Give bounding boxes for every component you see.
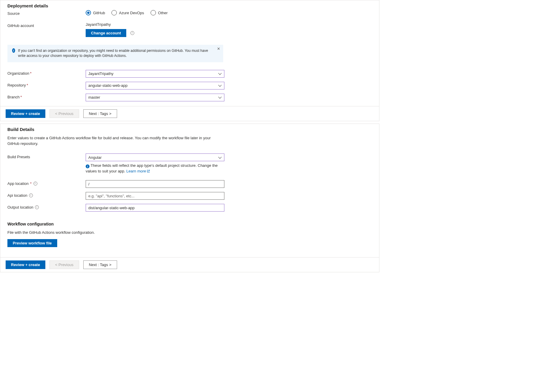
deployment-panel: Deployment details Source GitHub Azure D… [0, 0, 379, 121]
next-tags-button[interactable]: Next : Tags > [83, 109, 117, 118]
info-filled-icon [86, 164, 90, 168]
change-account-button[interactable]: Change account [86, 29, 126, 37]
repository-dropdown[interactable]: angular-static-web-app [86, 82, 224, 89]
app-location-input[interactable] [86, 180, 224, 188]
external-link-icon [147, 169, 150, 173]
app-location-label: App location [7, 181, 29, 186]
previous-button: < Previous [49, 109, 79, 118]
dropdown-value: JayantTripathy [88, 71, 114, 76]
radio-icon [111, 10, 117, 15]
branch-dropdown[interactable]: master [86, 94, 224, 101]
source-option-github[interactable]: GitHub [86, 10, 105, 15]
branch-label: Branch [7, 95, 20, 99]
source-label: Source [7, 10, 86, 16]
next-tags-button[interactable]: Next : Tags > [83, 260, 117, 269]
dropdown-value: Angular [88, 155, 102, 160]
source-radio-group: GitHub Azure DevOps Other [86, 10, 224, 15]
build-section-title: Build Details [7, 127, 372, 132]
required-asterisk: * [30, 181, 32, 186]
footer-bar-2: Review + create < Previous Next : Tags > [0, 257, 379, 272]
learn-more-link[interactable]: Learn more [126, 169, 150, 173]
dropdown-value: master [88, 95, 100, 100]
close-icon[interactable]: ✕ [217, 47, 220, 51]
info-icon[interactable] [35, 205, 39, 209]
deployment-section-title: Deployment details [7, 3, 372, 8]
review-create-button[interactable]: Review + create [6, 109, 45, 118]
chevron-down-icon [218, 73, 222, 75]
build-panel: Build Details Enter values to create a G… [0, 124, 379, 272]
previous-button: < Previous [49, 260, 79, 269]
workflow-section-title: Workflow configuration [7, 222, 372, 226]
output-location-input[interactable] [86, 204, 224, 212]
info-message-text: If you can't find an organization or rep… [18, 48, 213, 59]
preview-workflow-button[interactable]: Preview workflow file [7, 239, 57, 247]
info-message-box: If you can't find an organization or rep… [7, 45, 223, 62]
build-presets-label: Build Presets [7, 153, 86, 159]
radio-icon [86, 10, 91, 15]
footer-bar-1: Review + create < Previous Next : Tags > [0, 106, 379, 121]
required-asterisk: * [20, 95, 22, 99]
repository-label: Repository [7, 83, 26, 87]
api-location-input[interactable] [86, 192, 224, 200]
radio-label: Azure DevOps [119, 11, 144, 15]
dropdown-value: angular-static-web-app [88, 83, 127, 88]
source-option-azure-devops[interactable]: Azure DevOps [111, 10, 144, 15]
build-presets-dropdown[interactable]: Angular [86, 153, 224, 161]
organization-dropdown[interactable]: JayantTripathy [86, 70, 224, 78]
radio-label: GitHub [93, 11, 105, 15]
review-create-button[interactable]: Review + create [6, 260, 45, 269]
output-location-label: Output location [7, 205, 33, 209]
chevron-down-icon [218, 96, 222, 98]
info-icon[interactable] [29, 193, 33, 197]
radio-icon [151, 10, 156, 15]
chevron-down-icon [218, 84, 222, 87]
source-option-other[interactable]: Other [151, 10, 168, 15]
api-location-label: Api location [7, 193, 27, 198]
presets-note: These fields will reflect the app type's… [86, 163, 218, 173]
build-description: Enter values to create a GitHub Actions … [7, 135, 223, 147]
radio-label: Other [158, 11, 168, 15]
required-asterisk: * [30, 71, 31, 76]
info-filled-icon [12, 48, 15, 53]
organization-label: Organization [7, 71, 29, 76]
info-icon[interactable] [33, 182, 37, 185]
github-account-label: GitHub account [7, 22, 86, 28]
info-icon[interactable] [130, 31, 134, 35]
required-asterisk: * [27, 83, 28, 87]
workflow-description: File with the GitHub Actions workflow co… [7, 230, 223, 236]
github-account-name: JayantTripathy [86, 22, 224, 27]
chevron-down-icon [218, 156, 222, 159]
